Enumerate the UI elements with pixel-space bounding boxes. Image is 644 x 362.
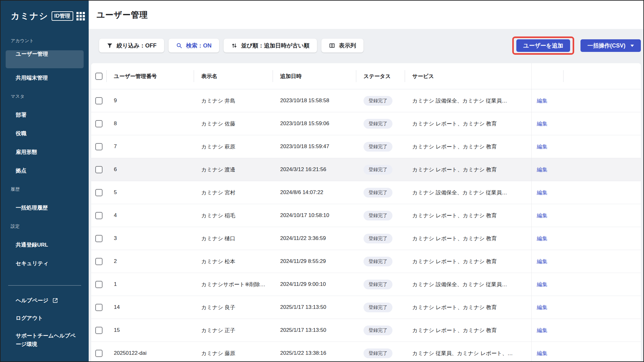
search-button[interactable]: 検索：ON: [169, 39, 219, 53]
cell-services: カミナシ レポート、カミナシ 教育: [405, 120, 531, 127]
row-checkbox[interactable]: [95, 258, 103, 265]
cell-services: カミナシ レポート、カミナシ 教育: [405, 235, 531, 242]
cell-status: 登録完了: [356, 257, 405, 266]
row-checkbox-cell: [91, 250, 106, 273]
cell-user-id: 3: [106, 235, 194, 242]
sidebar-item[interactable]: 共用端末管理: [6, 74, 84, 81]
cell-spacer: [563, 342, 641, 361]
sidebar-item-label: 部署: [16, 112, 26, 118]
status-badge: 登録完了: [364, 280, 392, 289]
row-checkbox[interactable]: [95, 304, 103, 311]
edit-link[interactable]: 編集: [537, 327, 547, 334]
row-checkbox[interactable]: [95, 166, 103, 173]
edit-link[interactable]: 編集: [537, 258, 547, 265]
cell-edit: 編集: [531, 204, 563, 227]
status-badge: 登録完了: [364, 234, 392, 243]
row-checkbox[interactable]: [95, 281, 103, 288]
select-all-checkbox[interactable]: [95, 73, 103, 80]
bulk-actions-button[interactable]: 一括操作(CSV): [580, 39, 641, 52]
cell-edit: 編集: [531, 112, 563, 135]
edit-link[interactable]: 編集: [537, 189, 547, 196]
sidebar-item[interactable]: 一括処理履歴: [6, 204, 84, 211]
sidebar-item[interactable]: ユーザー管理: [6, 50, 84, 68]
cell-services: カミナシ 設備保全、カミナシ 従業員…: [405, 281, 531, 288]
edit-link[interactable]: 編集: [537, 143, 547, 150]
sidebar-footer-item[interactable]: ヘルプページ: [6, 292, 84, 309]
header-added-datetime: 追加日時: [273, 63, 356, 89]
cell-user-id: 4: [106, 212, 194, 219]
status-badge: 登録完了: [364, 257, 392, 266]
cell-spacer: [563, 319, 641, 342]
table-row: 3 カミナシ 樋口 2024/11/22 3:36:59 登録完了 カミナシ レ…: [91, 227, 641, 250]
cell-display-name: カミナシ 井島: [194, 97, 273, 104]
filter-button[interactable]: 絞り込み：OFF: [99, 39, 164, 53]
external-link-icon: [52, 298, 58, 304]
edit-link[interactable]: 編集: [537, 350, 547, 357]
sidebar-item[interactable]: 拠点: [6, 167, 84, 174]
cell-user-id: 8: [106, 120, 194, 127]
sidebar-item[interactable]: セキュリティ: [6, 260, 84, 267]
add-user-button[interactable]: ユーザーを追加: [516, 39, 570, 52]
row-checkbox-cell: [91, 181, 106, 204]
edit-link[interactable]: 編集: [537, 120, 547, 127]
cell-status: 登録完了: [356, 96, 405, 106]
sort-button-label: 並び順：追加日時が古い順: [241, 42, 309, 49]
columns-button-label: 表示列: [339, 42, 356, 49]
cell-user-id: 1: [106, 281, 194, 287]
sidebar-section-label: アカウント: [6, 38, 34, 44]
row-checkbox[interactable]: [95, 327, 103, 334]
cell-user-id: 7: [106, 143, 194, 150]
status-badge: 登録完了: [364, 142, 392, 152]
row-checkbox[interactable]: [95, 189, 103, 196]
cell-added-datetime: 2024/11/22 3:36:59: [273, 235, 356, 242]
status-badge: 登録完了: [364, 303, 392, 312]
annotation-highlight-box: ユーザーを追加: [512, 36, 574, 55]
columns-button[interactable]: 表示列: [321, 39, 364, 53]
cell-display-name: カミナシ 藤原: [194, 350, 273, 357]
edit-link[interactable]: 編集: [537, 212, 547, 219]
sidebar-footer-item[interactable]: サポートチームヘルプページ環境: [6, 327, 84, 353]
sidebar-item[interactable]: 雇用形態: [6, 148, 84, 156]
cell-edit: 編集: [531, 135, 563, 158]
brand: カミナシ ID管理: [1, 1, 89, 22]
edit-link[interactable]: 編集: [537, 235, 547, 242]
row-checkbox-cell: [91, 342, 106, 361]
row-checkbox[interactable]: [95, 235, 103, 242]
cell-added-datetime: 2024/11/29 8:55:29: [273, 258, 356, 265]
sidebar-footer-item[interactable]: ログアウト: [6, 309, 84, 327]
row-checkbox[interactable]: [95, 120, 103, 127]
row-checkbox-cell: [91, 273, 106, 296]
cell-user-id: 5: [106, 189, 194, 196]
sidebar-section-label: マスタ: [6, 94, 25, 99]
cell-added-datetime: 2025/1/17 13:13:50: [273, 327, 356, 333]
sidebar-item-label: 一括処理履歴: [16, 205, 48, 211]
edit-link[interactable]: 編集: [537, 97, 547, 104]
edit-link[interactable]: 編集: [537, 281, 547, 288]
row-checkbox[interactable]: [95, 212, 103, 219]
header-checkbox-cell: [91, 63, 106, 89]
bulk-actions-label: 一括操作(CSV): [587, 42, 625, 49]
row-checkbox[interactable]: [95, 350, 103, 357]
sort-button[interactable]: 並び順：追加日時が古い順: [224, 39, 317, 53]
sidebar-item[interactable]: 部署: [6, 111, 84, 119]
header-display-name: 表示名: [194, 63, 273, 89]
cell-spacer: [563, 158, 641, 181]
sidebar-item[interactable]: 役職: [6, 130, 84, 137]
cell-status: 登録完了: [356, 348, 405, 358]
user-table-card: ユーザー管理番号 表示名 追加日時 ステータス サービス 9 カミナシ 井島 2…: [91, 63, 641, 361]
sidebar-footer-label: サポートチームヘルプページ環境: [16, 332, 76, 348]
cell-spacer: [563, 273, 641, 296]
row-checkbox[interactable]: [95, 97, 103, 104]
status-badge: 登録完了: [364, 96, 392, 106]
status-badge: 登録完了: [364, 211, 392, 220]
sidebar-item[interactable]: 共通登録URL: [6, 241, 84, 248]
apps-grid-icon[interactable]: [76, 12, 85, 20]
edit-link[interactable]: 編集: [537, 166, 547, 173]
edit-link[interactable]: 編集: [537, 304, 547, 311]
cell-edit: 編集: [531, 158, 563, 181]
cell-services: カミナシ レポート、カミナシ 教育: [405, 143, 531, 150]
cell-user-id: 9: [106, 97, 194, 104]
sidebar: カミナシ ID管理 アカウントユーザー管理共用端末管理マスタ部署役職雇用形態拠点…: [1, 1, 89, 361]
sort-arrows-icon: [231, 42, 237, 49]
row-checkbox[interactable]: [95, 143, 103, 150]
